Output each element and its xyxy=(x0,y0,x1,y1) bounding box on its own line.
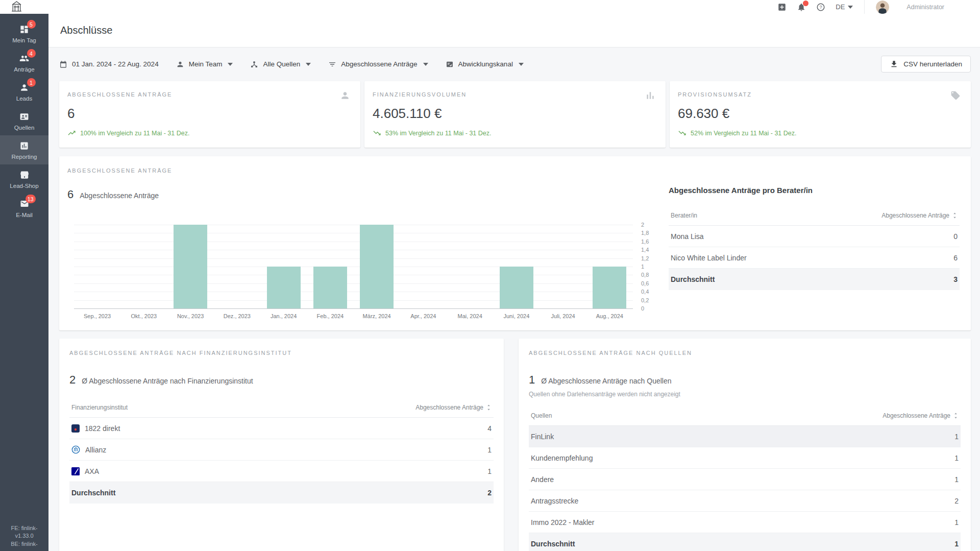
kpi-comparison: 53% im Vergleich zu 11 Mai - 31 Dez. xyxy=(373,129,653,137)
tag-icon xyxy=(950,90,961,101)
x-axis-label: Juni, 2024 xyxy=(493,313,540,319)
bar-Feb., 2024[interactable] xyxy=(313,267,347,308)
kpi-comparison: 52% im Vergleich zu 11 Mai - 31 Dez. xyxy=(678,129,959,137)
y-axis-label: 1,8 xyxy=(641,230,649,236)
chart-slot xyxy=(540,225,586,308)
language-selector[interactable]: DE xyxy=(836,3,853,11)
fe-version-number: v1.33.0 xyxy=(0,532,48,540)
chevron-down-icon xyxy=(848,6,853,9)
filter-status[interactable]: Abgeschlossene Anträge xyxy=(328,60,428,68)
quellen-average-value: 1 xyxy=(529,373,535,387)
chart-slot xyxy=(400,225,447,308)
y-axis-labels: 00,20,40,60,811,21,41,61,82 xyxy=(641,225,662,308)
topbar: ? DE Administrator xyxy=(0,0,980,14)
institut-row-value: 4 xyxy=(487,424,492,433)
quellen-table: Quellen Abgeschlossene Anträge FinLink 1… xyxy=(529,407,961,551)
filter-team[interactable]: Mein Team xyxy=(176,60,233,68)
sidebar: 5 Mein Tag4 Anträge1 Leads Quellen Repor… xyxy=(0,14,48,551)
kpi-row: ABGESCHLOSSENE ANTRÄGE 6 100% im Verglei… xyxy=(59,81,971,148)
x-axis-label: Mai, 2024 xyxy=(447,313,493,319)
sidebar-icon-wrap: 4 xyxy=(19,53,30,63)
completed-applications-card: ABGESCHLOSSENE ANTRÄGE 6 Abgeschlossene … xyxy=(59,156,971,330)
sidebar-item-antraege[interactable]: 4 Anträge xyxy=(0,48,48,77)
kpi-card-0: ABGESCHLOSSENE ANTRÄGE 6 100% im Verglei… xyxy=(59,81,360,148)
quellen-section-header: ABGESCHLOSSENE ANTRÄGE NACH QUELLEN xyxy=(529,350,961,356)
chart-section-header: ABGESCHLOSSENE ANTRÄGE xyxy=(67,167,172,174)
institut-section-header: ABGESCHLOSSENE ANTRÄGE NACH FINANZIERUNG… xyxy=(69,350,494,356)
chart-slot xyxy=(260,225,307,308)
berater-header-row: Berater/in Abgeschlossene Anträge xyxy=(669,207,960,226)
add-icon[interactable] xyxy=(777,3,787,12)
institut-row[interactable]: Allianz 1 xyxy=(69,439,494,461)
berater-row[interactable]: Mona Lisa 0 xyxy=(669,226,960,247)
filter-label: Abwicklungskanal xyxy=(458,60,513,68)
quellen-footer-row: Durchschnitt 1 xyxy=(529,533,961,551)
sidebar-item-mein-tag[interactable]: 5 Mein Tag xyxy=(0,19,48,48)
logo-axa-icon xyxy=(71,467,80,475)
filter-date-range[interactable]: 01 Jan. 2024 - 22 Aug. 2024 xyxy=(59,60,159,68)
sidebar-item-quellen[interactable]: Quellen xyxy=(0,106,48,135)
chart-bars xyxy=(74,225,633,308)
sidebar-items: 5 Mein Tag4 Anträge1 Leads Quellen Repor… xyxy=(0,14,48,223)
quellen-row[interactable]: Kundenempfehlung 1 xyxy=(529,447,961,469)
institut-footer-row: Durchschnitt 2 xyxy=(69,482,494,504)
y-axis-label: 1 xyxy=(641,263,644,270)
quellen-row[interactable]: Immo 2022 - Makler 1 xyxy=(529,512,961,533)
institut-table: Finanzierungsinstitut Abgeschlossene Ant… xyxy=(69,399,494,504)
bar-März, 2024[interactable] xyxy=(360,225,394,308)
content: 01 Jan. 2024 - 22 Aug. 2024 Mein TeamAll… xyxy=(48,47,980,551)
quellen-row-value: 1 xyxy=(954,433,959,441)
page-header: Abschlüsse xyxy=(48,14,980,47)
help-icon[interactable]: ? xyxy=(816,3,825,12)
filter-kanal[interactable]: Abwicklungskanal xyxy=(446,60,524,68)
berater-row[interactable]: Nico White Label Linder 6 xyxy=(669,247,960,269)
quellen-row-name: Andere xyxy=(531,475,554,484)
csv-download-button[interactable]: CSV herunterladen xyxy=(881,56,971,73)
kpi-label: ABGESCHLOSSENE ANTRÄGE xyxy=(67,91,348,98)
quellen-row[interactable]: FinLink 1 xyxy=(529,426,961,447)
chart-slot xyxy=(214,225,260,308)
quellen-note: Quellen ohne Darlehensanträge werden nic… xyxy=(529,391,961,398)
institut-col-value-sort[interactable]: Abgeschlossene Anträge xyxy=(415,404,492,411)
sidebar-item-leads[interactable]: 1 Leads xyxy=(0,77,48,106)
user-role-label: Administrator xyxy=(906,4,944,11)
bar-Nov., 2023[interactable] xyxy=(174,225,207,308)
filter-quellen[interactable]: Alle Quellen xyxy=(250,60,311,68)
quellen-row[interactable]: Andere 1 xyxy=(529,469,961,490)
sidebar-item-reporting[interactable]: Reporting xyxy=(0,135,48,164)
y-axis-label: 1,4 xyxy=(641,247,649,253)
institut-row[interactable]: 1822 direkt 4 xyxy=(69,418,494,439)
quellen-row[interactable]: Antragsstrecke 2 xyxy=(529,490,961,512)
avatar[interactable] xyxy=(876,1,889,14)
filter-label: Mein Team xyxy=(189,60,223,68)
sidebar-item-e-mail[interactable]: 13 E-Mail xyxy=(0,194,48,223)
sidebar-item-label: Lead-Shop xyxy=(10,183,38,189)
sidebar-item-lead-shop[interactable]: Lead-Shop xyxy=(0,164,48,194)
berater-col-value: Abgeschlossene Anträge xyxy=(881,212,949,219)
bar-Aug., 2024[interactable] xyxy=(593,267,626,308)
contact-card-icon xyxy=(19,112,30,122)
institut-row-value: 1 xyxy=(487,446,492,454)
kpi-label: PROVISIONSUMSATZ xyxy=(678,91,959,98)
berater-table-title: Abgeschlossene Anträge pro Berater/in xyxy=(669,186,960,195)
kpi-value: 4.605.110 € xyxy=(373,106,653,122)
berater-col-value-sort[interactable]: Abgeschlossene Anträge xyxy=(881,212,958,219)
filter-bar: 01 Jan. 2024 - 22 Aug. 2024 Mein TeamAll… xyxy=(59,56,971,73)
x-axis-label: Aug., 2024 xyxy=(586,313,633,319)
institut-row-name: Allianz xyxy=(85,446,106,454)
caret-down-icon xyxy=(519,63,524,66)
notification-badge: 1 xyxy=(27,78,36,87)
bottom-row: ABGESCHLOSSENE ANTRÄGE NACH FINANZIERUNG… xyxy=(59,339,971,551)
bar-Juni, 2024[interactable] xyxy=(500,267,533,308)
notifications-bell-icon[interactable] xyxy=(797,3,806,12)
hub-icon xyxy=(250,60,258,68)
kpi-value: 6 xyxy=(67,106,348,122)
chart-count-value: 6 xyxy=(67,188,74,201)
institut-footer-value: 2 xyxy=(487,489,492,497)
bar-Jan., 2024[interactable] xyxy=(267,267,301,308)
quellen-col-value-sort[interactable]: Abgeschlossene Anträge xyxy=(883,412,959,419)
bar-chart-icon xyxy=(645,90,655,101)
institut-col-name: Finanzierungsinstitut xyxy=(71,404,128,411)
y-axis-label: 0,4 xyxy=(641,289,649,295)
institut-row[interactable]: AXA 1 xyxy=(69,461,494,482)
